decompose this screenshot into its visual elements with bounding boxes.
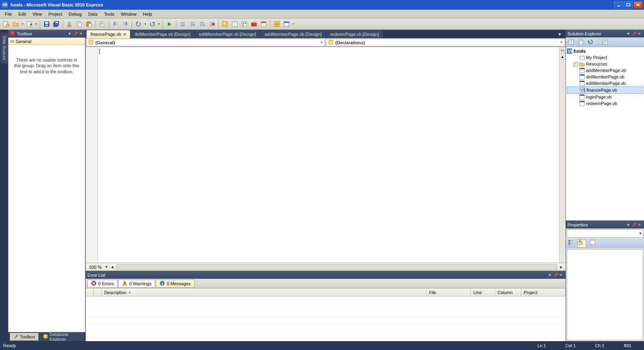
uncomment-button[interactable]: [121, 20, 130, 29]
menu-file[interactable]: File: [2, 11, 15, 17]
menu-view[interactable]: View: [29, 11, 45, 17]
errorlist-pin-button[interactable]: 📌: [553, 272, 558, 278]
col-file[interactable]: File: [427, 288, 471, 296]
scroll-left-button[interactable]: ◄: [109, 265, 115, 269]
categorized-button[interactable]: [568, 239, 576, 248]
editor-text-area[interactable]: [98, 47, 559, 263]
properties-grid[interactable]: [567, 249, 643, 340]
col-description[interactable]: Description ▲: [102, 288, 427, 296]
extension-manager-button[interactable]: [272, 20, 281, 29]
properties-button[interactable]: [568, 38, 576, 46]
save-all-button[interactable]: [52, 20, 61, 29]
messages-filter[interactable]: 0 Messages: [156, 280, 194, 288]
tree-node-delmemberpage-vb[interactable]: delMemberPage.vb: [567, 74, 643, 80]
toolbox-close-button[interactable]: ✕: [78, 31, 84, 37]
find-button[interactable]: [98, 20, 107, 29]
tab-financepage[interactable]: financePage.vb ×: [87, 30, 130, 38]
property-pages-button[interactable]: [589, 239, 598, 248]
tree-node-redeempage-vb[interactable]: redeemPage.vb: [567, 100, 643, 107]
undo-button[interactable]: [134, 20, 143, 29]
menu-project[interactable]: Project: [45, 11, 65, 17]
col-line[interactable]: Line: [471, 288, 495, 296]
zoom-level[interactable]: 100 %: [87, 265, 103, 270]
start-debug-button[interactable]: [165, 20, 174, 29]
class-dropdown[interactable]: (General) ▼: [86, 39, 325, 46]
props-dropdown-button[interactable]: ▼: [625, 222, 631, 228]
menu-data[interactable]: Data: [85, 11, 101, 17]
tab-redeempage[interactable]: redeemPage.vb [Design]: [326, 30, 383, 38]
toolbox-dropdown-button[interactable]: ▼: [67, 31, 72, 37]
tree-node-resources[interactable]: +Resources: [567, 61, 643, 67]
tree-node-my-project[interactable]: My Project: [567, 54, 643, 61]
tabs-dropdown-button[interactable]: ▼: [557, 32, 564, 38]
step-over-button[interactable]: [188, 20, 197, 29]
alphabetical-button[interactable]: AZ: [577, 239, 586, 248]
close-button[interactable]: [634, 1, 642, 8]
properties-window-button[interactable]: [230, 20, 239, 29]
object-browser-button[interactable]: [240, 20, 249, 29]
tree-node-financepage-vb[interactable]: VBfinancePage.vb: [567, 86, 643, 94]
horizontal-scrollbar[interactable]: [116, 264, 557, 270]
toolbox-button[interactable]: [250, 20, 258, 29]
nav-up-button[interactable]: ▲: [559, 54, 566, 60]
toolbox-pin-button[interactable]: 📌: [72, 31, 78, 37]
method-dropdown[interactable]: (Declarations) ▼: [326, 39, 565, 46]
paste-button[interactable]: [85, 20, 93, 29]
menu-help[interactable]: Help: [140, 11, 155, 17]
window-layout-button[interactable]: [282, 20, 291, 29]
undo-dropdown[interactable]: ▼: [144, 20, 147, 29]
solution-explorer-button[interactable]: [221, 20, 229, 29]
split-button[interactable]: ▭: [559, 47, 566, 54]
scroll-right-button[interactable]: ►: [559, 265, 564, 269]
breakpoint-button[interactable]: [207, 20, 216, 29]
show-all-files-button[interactable]: [577, 38, 585, 46]
properties-object-dropdown[interactable]: ▼: [567, 229, 643, 238]
errorlist-dropdown-button[interactable]: ▼: [547, 272, 553, 278]
expand-icon[interactable]: +: [574, 62, 578, 66]
warnings-filter[interactable]: 0 Warnings: [118, 280, 155, 288]
step-into-button[interactable]: [178, 20, 187, 29]
tree-node-addmemberpage-vb[interactable]: addMemberPage.vb: [567, 67, 643, 74]
tab-editmemberpage[interactable]: editMemberPage.vb [Design]: [195, 30, 260, 38]
menu-debug[interactable]: Debug: [66, 11, 85, 17]
add-dropdown[interactable]: ▼: [35, 20, 38, 29]
menu-edit[interactable]: Edit: [15, 11, 29, 17]
code-editor[interactable]: ▭ ▲: [86, 47, 566, 263]
open-dropdown[interactable]: ▼: [21, 20, 24, 29]
maximize-button[interactable]: [624, 1, 633, 8]
redo-dropdown[interactable]: ▼: [157, 20, 161, 29]
copy-button[interactable]: [75, 20, 84, 29]
open-file-button[interactable]: [11, 20, 20, 29]
solexp-close-button[interactable]: ✕: [637, 31, 642, 37]
tab-close-icon[interactable]: ×: [124, 32, 126, 37]
errors-filter[interactable]: 0 Errors: [87, 280, 118, 288]
props-close-button[interactable]: ✕: [637, 222, 642, 228]
zoom-dropdown-icon[interactable]: ▼: [105, 265, 108, 269]
minimize-button[interactable]: [614, 1, 623, 8]
step-out-button[interactable]: [198, 20, 206, 29]
col-column[interactable]: Column: [495, 288, 521, 296]
errorlist-close-button[interactable]: ✕: [558, 272, 564, 278]
start-page-button[interactable]: [259, 20, 268, 29]
bottom-tab-db-explorer[interactable]: Database Explorer: [39, 333, 84, 341]
toolbar-overflow[interactable]: ▾: [292, 20, 295, 29]
tab-delmemberpage[interactable]: delMemberPage.vb [Design]: [130, 30, 194, 38]
refresh-button[interactable]: [587, 38, 595, 46]
menu-window[interactable]: Window: [118, 11, 140, 17]
data-sources-tab[interactable]: Data Sources: [1, 33, 8, 63]
new-project-button[interactable]: [2, 20, 10, 29]
save-button[interactable]: [42, 20, 51, 29]
tree-node-editmemberpage-vb[interactable]: editMemberPage.vb: [567, 80, 643, 86]
cut-button[interactable]: [65, 20, 74, 29]
add-item-button[interactable]: [25, 20, 34, 29]
comment-button[interactable]: [111, 20, 120, 29]
view-code-button[interactable]: [601, 38, 609, 46]
tree-root[interactable]: VB funds: [567, 48, 643, 54]
solexp-pin-button[interactable]: 📌: [631, 31, 637, 37]
toolbox-group-general[interactable]: ▭ General: [8, 38, 85, 45]
tree-node-loginpage-vb[interactable]: loginPage.vb: [567, 94, 643, 100]
col-project[interactable]: Project: [521, 288, 566, 296]
menu-tools[interactable]: Tools: [101, 11, 118, 17]
col-num[interactable]: [94, 288, 102, 296]
solexp-dropdown-button[interactable]: ▼: [625, 31, 631, 37]
